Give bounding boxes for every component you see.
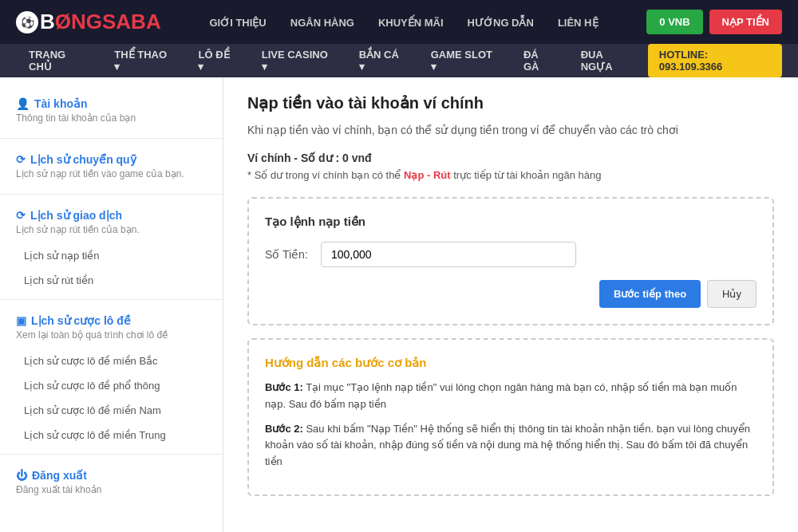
sidebar-account-title[interactable]: Tài khoản bbox=[16, 97, 207, 110]
create-order-title: Tạo lệnh nạp tiền bbox=[265, 215, 757, 229]
sidebar-transfer-title[interactable]: Lịch sử chuyển quỹ bbox=[16, 153, 207, 166]
sidebar-lottery-normal-link[interactable]: Lịch sử cược lô đề phổ thông bbox=[0, 373, 223, 398]
wallet-info: Ví chính - Số dư : 0 vnđ bbox=[247, 152, 774, 164]
wallet-note-suffix: trực tiếp từ tài khoản ngân hàng bbox=[451, 169, 602, 181]
guide-step-2: Bước 2: Sau khi bấm "Nạp Tiền" Hệ thống … bbox=[265, 421, 757, 471]
sidebar-account-subtitle: Thông tin tài khoản của bạn bbox=[16, 112, 207, 124]
sidebar-transfer-section: Lịch sử chuyển quỹ Lịch sử nạp rút tiền … bbox=[0, 145, 223, 187]
balance-button[interactable]: 0 VNB bbox=[646, 10, 702, 34]
logout-title[interactable]: Đăng xuất bbox=[16, 469, 207, 482]
amount-form-row: Số Tiền: bbox=[265, 242, 757, 267]
top-navigation: ⚽ BØNGSABA GIỚI THIỆU NGÂN HÀNG KHUYẾN M… bbox=[0, 0, 798, 44]
page-description: Khi nạp tiền vào ví chính, bạn có thể sử… bbox=[247, 122, 774, 139]
top-deposit-button[interactable]: NẠP TIỀN bbox=[709, 10, 782, 34]
step1-text: Tại mục "Tạo lệnh nạp tiền" vui lòng chọ… bbox=[265, 381, 737, 410]
wallet-note-prefix: * Số dư trong ví chính bạn có thể bbox=[247, 169, 404, 181]
sidebar-lottery-central-link[interactable]: Lịch sử cược lô đề miền Trung bbox=[0, 423, 223, 447]
sidebar-lottery-section: Lịch sử cược lô đề Xem lại toàn bộ quá t… bbox=[0, 306, 223, 349]
history2-icon bbox=[16, 209, 26, 222]
form-button-row: Bước tiếp theo Hủy bbox=[265, 280, 757, 308]
amount-label: Số Tiền: bbox=[265, 248, 321, 261]
sidebar-withdraw-history-link[interactable]: Lịch sử rút tiền bbox=[0, 268, 223, 293]
main-content: Nạp tiền vào tài khoản ví chính Khi nạp … bbox=[223, 77, 798, 532]
guide-box: Hướng dẫn các bước cơ bản Bước 1: Tại mụ… bbox=[247, 338, 774, 496]
nav-trang-chu[interactable]: TRANG CHỦ bbox=[16, 39, 101, 82]
logo-text-saba: ØNGSABA bbox=[55, 10, 161, 34]
second-menu: TRANG CHỦ THỂ THAO ▾ LÔ ĐỀ ▾ LIVE CASINO… bbox=[16, 39, 648, 82]
next-step-button[interactable]: Bước tiếp theo bbox=[599, 280, 701, 308]
logout-icon bbox=[16, 469, 27, 482]
nav-game-slot[interactable]: GAME SLOT ▾ bbox=[418, 39, 511, 82]
sidebar-transaction-section: Lịch sử giao dịch Lịch sử nạp rút tiền c… bbox=[0, 201, 223, 243]
history-icon bbox=[16, 153, 26, 166]
step2-bold: Bước 2: bbox=[265, 423, 303, 435]
logout-subtitle: Đăng xuất tài khoản bbox=[16, 484, 207, 495]
logo[interactable]: ⚽ BØNGSABA bbox=[16, 10, 161, 34]
user-icon bbox=[16, 97, 30, 110]
menu-item-ngan-hang[interactable]: NGÂN HÀNG bbox=[290, 16, 354, 29]
page-title: Nạp tiền vào tài khoản ví chính bbox=[247, 93, 774, 112]
nav-da-ga[interactable]: ĐÁ GÀ bbox=[511, 39, 568, 82]
cancel-button[interactable]: Hủy bbox=[707, 280, 757, 308]
create-order-box: Tạo lệnh nạp tiền Số Tiền: Bước tiếp the… bbox=[247, 197, 774, 325]
top-actions: 0 VNB NẠP TIỀN bbox=[646, 10, 782, 34]
amount-input[interactable] bbox=[321, 242, 576, 267]
menu-item-huong-dan[interactable]: HƯỚNG DẪN bbox=[468, 16, 534, 29]
sidebar-lottery-south-link[interactable]: Lịch sử cược lô đề miền Nam bbox=[0, 398, 223, 423]
menu-item-khuyen-mai[interactable]: KHUYẾN MÃI bbox=[378, 16, 444, 29]
logo-ball: ⚽ bbox=[16, 11, 38, 33]
nav-dua-ngua[interactable]: ĐUA NGỰA bbox=[568, 39, 648, 82]
sidebar-account-section: Tài khoản Thông tin tài khoản của bạn bbox=[0, 89, 223, 132]
logo-text-bong: B bbox=[40, 10, 55, 34]
sidebar-lottery-title[interactable]: Lịch sử cược lô đề bbox=[16, 314, 207, 327]
sidebar-deposit-history-link[interactable]: Lịch sử nạp tiền bbox=[0, 243, 223, 268]
sidebar-logout-section: Đăng xuất Đăng xuất tài khoản bbox=[0, 461, 223, 503]
hotline: HOTLINE: 093.109.3366 bbox=[648, 44, 782, 77]
wallet-note-bold: Nạp - Rút bbox=[404, 169, 451, 181]
guide-step-1: Bước 1: Tại mục "Tạo lệnh nạp tiền" vui … bbox=[265, 380, 757, 413]
wallet-note: * Số dư trong ví chính bạn có thể Nạp - … bbox=[247, 169, 774, 181]
sidebar-transaction-title[interactable]: Lịch sử giao dịch bbox=[16, 209, 207, 222]
sidebar-transaction-subtitle: Lịch sử nạp rút tiền của bạn. bbox=[16, 224, 207, 235]
second-navigation: TRANG CHỦ THỂ THAO ▾ LÔ ĐỀ ▾ LIVE CASINO… bbox=[0, 44, 798, 77]
main-container: Tài khoản Thông tin tài khoản của bạn Lị… bbox=[0, 77, 798, 532]
top-menu: GIỚI THIỆU NGÂN HÀNG KHUYẾN MÃI HƯỚNG DẪ… bbox=[209, 16, 598, 29]
menu-item-gioi-thieu[interactable]: GIỚI THIỆU bbox=[209, 16, 266, 29]
guide-title: Hướng dẫn các bước cơ bản bbox=[265, 356, 757, 370]
sidebar: Tài khoản Thông tin tài khoản của bạn Lị… bbox=[0, 77, 223, 532]
step1-bold: Bước 1: bbox=[265, 381, 303, 393]
sidebar-lottery-north-link[interactable]: Lịch sử cược lô đề miền Bắc bbox=[0, 349, 223, 373]
sidebar-lottery-subtitle: Xem lại toàn bộ quá trình chơi lô đề bbox=[16, 329, 207, 341]
nav-the-thao[interactable]: THỂ THAO ▾ bbox=[101, 39, 185, 82]
step2-text: Sau khi bấm "Nạp Tiền" Hệ thống sẽ hiển … bbox=[265, 423, 750, 468]
menu-item-lien-he[interactable]: LIÊN HỆ bbox=[558, 16, 598, 29]
nav-ban-ca[interactable]: BẮN CÁ ▾ bbox=[346, 39, 418, 82]
nav-lo-de[interactable]: LÔ ĐỀ ▾ bbox=[185, 39, 248, 82]
nav-live-casino[interactable]: LIVE CASINO ▾ bbox=[249, 39, 346, 82]
sidebar-transfer-subtitle: Lịch sử nạp rút tiền vào game của bạn. bbox=[16, 168, 207, 179]
lottery-icon bbox=[16, 314, 26, 327]
